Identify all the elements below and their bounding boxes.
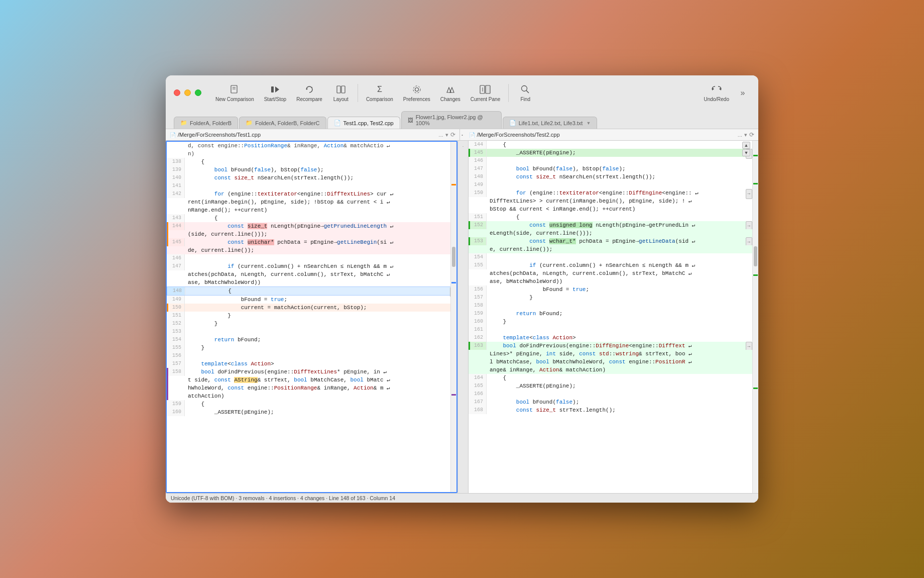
current-pane-button[interactable]: Current Pane xyxy=(467,81,504,104)
start-stop-label: Start/Stop xyxy=(264,97,286,102)
tab-life-txt[interactable]: 📄 Life1.txt, Life2.txt, Life3.txt ▼ xyxy=(503,117,598,129)
line-number: 162 xyxy=(469,334,487,342)
diff-line-r150b: DiffTextLines> > current(inRange.begin()… xyxy=(469,197,758,205)
left-diff-content[interactable]: d, const engine::PositionRange& inRange,… xyxy=(167,142,456,492)
diff-line-r151: 151 { xyxy=(469,213,758,221)
diff-line-r152: 152 const unsigned long nLength(pEngine→… xyxy=(469,221,758,229)
diff-line-155: 155 } xyxy=(167,344,456,352)
diff-line-r157: 157 } xyxy=(469,294,758,302)
line-number: 166 xyxy=(469,390,487,398)
diff-line: rent(inRange.begin(), pEngine, side); !b… xyxy=(167,198,456,206)
line-content: Lines>* pEngine, int side, const std::ws… xyxy=(487,350,758,358)
layout-button[interactable]: Layout xyxy=(328,81,354,104)
line-content: current = matchAction(current, bStop); xyxy=(185,304,456,312)
tab-folder-ab-label: FolderA, FolderB xyxy=(190,120,232,126)
tab-life-txt-label: Life1.txt, Life2.txt, Life3.txt xyxy=(519,120,583,126)
line-number: 150 xyxy=(167,304,185,312)
line-number: 144 xyxy=(469,141,487,149)
diff-line-144: 144 const size_t nLength(pEngine→getPrun… xyxy=(167,222,456,230)
right-nav-prev[interactable]: ▾ xyxy=(744,132,747,138)
left-nav-prev[interactable]: ▾ xyxy=(445,132,448,138)
start-stop-button[interactable]: Start/Stop xyxy=(260,81,290,104)
tab-test-cpp[interactable]: 📄 Test1.cpp, Test2.cpp xyxy=(327,117,400,129)
line-number: 153 xyxy=(469,237,487,245)
fullscreen-button[interactable] xyxy=(195,89,201,96)
line-content: nRange.end(); ++current) xyxy=(185,206,456,214)
line-content: template<class Action> xyxy=(487,334,758,342)
tab-life-txt-icon: 📄 xyxy=(509,120,516,126)
right-nav-icon[interactable]: ⟳ xyxy=(749,131,754,138)
undo-redo-button[interactable]: Undo/Redo xyxy=(700,81,733,104)
svg-marker-5 xyxy=(306,88,308,90)
diff-line-r163d: ange& inRange, Action& matchAction) xyxy=(469,366,758,374)
diff-line-r155: 155 if (current.column() + nSearchLen ≤ … xyxy=(469,261,758,269)
diff-line-149: 149 bFound = true; xyxy=(167,296,456,304)
line-content: ange& inRange, Action& matchAction) xyxy=(487,366,758,374)
line-number: 152 xyxy=(469,221,487,229)
line-content: t side, const AString& strText, bool bMa… xyxy=(185,376,456,384)
find-icon xyxy=(520,83,530,95)
line-content: } xyxy=(185,320,456,328)
more-button[interactable]: » xyxy=(735,85,750,101)
comparison-button[interactable]: Σ Comparison xyxy=(362,81,397,104)
line-content: atches(pchData, nLength, current.column(… xyxy=(487,269,758,277)
tab-folder-ab-icon: 📁 xyxy=(180,120,187,126)
diff-line-158c: hWholeWord, const engine::PositionRange&… xyxy=(167,384,456,392)
line-content: if (current.column() + nSearchLen ≤ nLen… xyxy=(185,262,456,270)
diff-line-r160: 160 } xyxy=(469,318,758,326)
right-path-actions: ... ▾ ⟳ xyxy=(738,131,754,138)
right-scrollbar[interactable] xyxy=(752,141,758,493)
diff-line-159: 159 { xyxy=(167,400,456,408)
titlebar-top: New Comparison Start/Stop xyxy=(174,81,750,104)
line-number: 167 xyxy=(469,398,487,406)
minimize-button[interactable] xyxy=(184,89,191,96)
tab-folder-ab[interactable]: 📁 FolderA, FolderB xyxy=(174,117,238,129)
diff-line-r162: 162 template<class Action> xyxy=(469,334,758,342)
line-content: bool doFindPrevious(engine::DiffTextLine… xyxy=(185,368,456,376)
diff-line-158d: atchAction) xyxy=(167,392,456,400)
svg-rect-8 xyxy=(341,86,345,93)
left-path-dots: ... xyxy=(438,132,443,138)
tabbar: 📁 FolderA, FolderB 📁 FolderA, FolderB, F… xyxy=(174,111,750,129)
line-number: 141 xyxy=(167,182,185,190)
recompare-button[interactable]: Recompare xyxy=(292,81,326,104)
line-content: hWholeWord, const engine::PositionRange&… xyxy=(185,384,456,392)
left-nav-icon[interactable]: ⟳ xyxy=(450,131,455,138)
tab-folder-abc[interactable]: 📁 FolderA, FolderB, FolderC xyxy=(239,117,326,129)
changes-button[interactable]: Changes xyxy=(436,81,465,104)
line-content: const size_t nLength(pEngine→getPrunedLi… xyxy=(185,222,456,230)
line-number: 153 xyxy=(167,328,185,336)
svg-rect-14 xyxy=(486,85,490,93)
line-content: DiffTextLines> > current(inRange.begin()… xyxy=(487,197,758,205)
line-number: 165 xyxy=(469,382,487,390)
line-number: 149 xyxy=(167,296,185,304)
diff-line-145: 145 const unichar* pchData = pEngine→get… xyxy=(167,238,456,246)
new-comparison-button[interactable]: New Comparison xyxy=(211,81,258,104)
line-content: bool bFound(false), bStop(false); xyxy=(487,165,758,173)
diff-line-r159: 159 return bFound; xyxy=(469,310,758,318)
find-button[interactable]: Find xyxy=(513,81,538,104)
preferences-button[interactable]: Preferences xyxy=(399,81,434,104)
undo-redo-icon xyxy=(710,83,723,95)
line-content: const unsigned long nLength(pEngine→getP… xyxy=(487,221,758,229)
right-scroll-thumb[interactable] xyxy=(754,246,757,266)
line-content: } xyxy=(185,312,456,320)
line-content: e, current.line()); xyxy=(487,245,758,253)
left-file-path: 📄 /Merge/ForScreenshots/Test1.cpp ... ▾ … xyxy=(166,129,460,140)
nav-down-btn[interactable]: ▼ xyxy=(742,149,750,156)
line-content: for (engine::textiterator<engine::DiffTe… xyxy=(185,190,456,198)
close-button[interactable] xyxy=(174,89,180,96)
tab-flower[interactable]: 🖼 Flower1.jpg, Flower2.jpg @ 100% xyxy=(401,111,502,129)
left-scroll-thumb[interactable] xyxy=(452,247,455,267)
nav-up-btn[interactable]: ▲ xyxy=(742,142,750,149)
line-content: ase, bMatchWholeWord)) xyxy=(185,278,456,286)
line-number: 142 xyxy=(167,190,185,198)
line-number: 147 xyxy=(167,262,185,270)
diff-line-r148: 148 const size_t nSearchLen(strText.leng… xyxy=(469,173,758,181)
right-diff-content[interactable]: 144 { 145 _ASSERTE(pEngine); ← 146 xyxy=(469,141,758,493)
left-scrollbar[interactable] xyxy=(450,142,456,492)
diff-line-r145: 145 _ASSERTE(pEngine); ← xyxy=(469,149,758,157)
line-content: { xyxy=(185,400,456,408)
line-content: { xyxy=(185,214,456,222)
line-number: 144 xyxy=(167,222,185,230)
